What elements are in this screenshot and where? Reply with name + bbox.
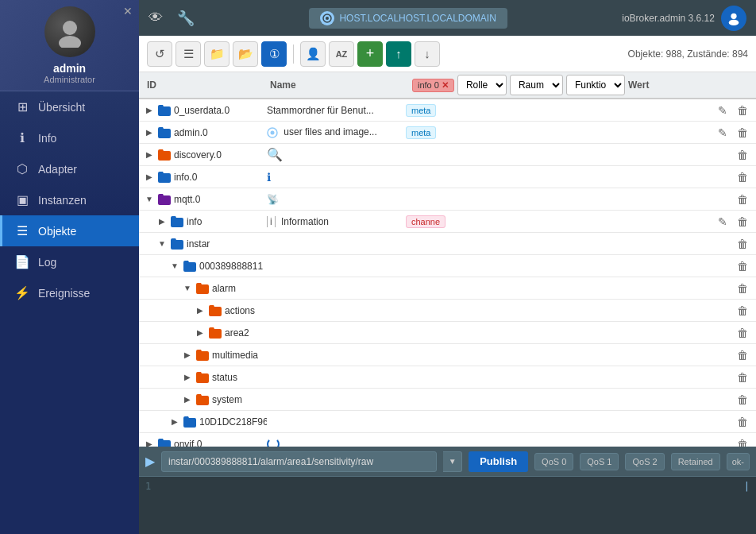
expand-icon[interactable]: ▶: [144, 172, 155, 183]
download-button[interactable]: ↓: [415, 41, 440, 67]
folder-button[interactable]: 📁: [204, 41, 230, 67]
expand-icon[interactable]: ▶: [182, 350, 193, 361]
delete-button[interactable]: 🗑: [734, 325, 751, 341]
expand-icon[interactable]: ▶: [182, 394, 193, 405]
expand-icon[interactable]: ▶: [195, 327, 206, 339]
svg-point-4: [731, 13, 736, 18]
delete-button[interactable]: 🗑: [734, 103, 751, 118]
expand-icon[interactable]: ▶: [144, 127, 155, 138]
expand-icon[interactable]: ▶: [182, 372, 193, 383]
expand-icon[interactable]: ▶: [144, 149, 155, 161]
publish-button[interactable]: Publish: [469, 451, 528, 472]
svg-point-1: [59, 36, 81, 48]
delete-button[interactable]: 🗑: [734, 370, 751, 385]
sidebar-item-info[interactable]: ℹ Info: [0, 122, 139, 153]
table-row[interactable]: ▶ info.0 ℹ 🗑: [139, 166, 756, 188]
table-body[interactable]: ▶ 0_userdata.0 Stammordner für Benut... …: [139, 99, 756, 447]
add-button[interactable]: +: [357, 41, 383, 67]
topbar: 👁 🔧 HOST.LOCALHOST.LOCALDOMAIN ioBroker.…: [139, 0, 756, 36]
expand-icon[interactable]: ▼: [144, 194, 155, 205]
upload-button[interactable]: ↑: [386, 41, 411, 67]
mqtt-arrow-icon[interactable]: ▶: [145, 454, 155, 469]
rolle-dropdown[interactable]: Rolle: [457, 75, 507, 95]
expand-icon[interactable]: ▼: [169, 261, 180, 272]
delete-button[interactable]: 🗑: [734, 414, 751, 430]
delete-button[interactable]: 🗑: [734, 192, 751, 207]
sidebar-item-ereignisse[interactable]: ⚡ Ereignisse: [0, 277, 139, 308]
az-button[interactable]: AZ: [329, 41, 354, 67]
sidebar-item-uebersicht[interactable]: ⊞ Übersicht: [0, 91, 139, 122]
raum-dropdown[interactable]: Raum: [510, 75, 563, 95]
sidebar-item-log[interactable]: 📄 Log: [0, 246, 139, 277]
num-button[interactable]: ①: [261, 41, 287, 67]
delete-button[interactable]: 🗑: [734, 125, 751, 141]
qos1-button[interactable]: QoS 1: [580, 453, 619, 470]
close-button[interactable]: ✕: [123, 5, 133, 17]
expand-icon[interactable]: ▶: [156, 216, 168, 227]
person-button[interactable]: 👤: [300, 41, 326, 67]
nav-label-ereignisse: Ereignisse: [38, 287, 90, 300]
expand-icon[interactable]: ▶: [144, 105, 155, 116]
cell-actions: 🗑: [734, 192, 751, 207]
delete-button[interactable]: 🗑: [734, 347, 751, 363]
eye-icon[interactable]: 👁: [148, 10, 163, 26]
mqtt-editor[interactable]: 1 |: [139, 477, 756, 534]
table-row[interactable]: ▶ actions 🗑: [139, 300, 756, 322]
svg-point-5: [729, 19, 739, 25]
table-row[interactable]: ▶ status 🗑: [139, 366, 756, 389]
edit-button[interactable]: ✎: [715, 125, 731, 141]
table-row[interactable]: ▶ discovery.0 🔍 🗑: [139, 144, 756, 166]
delete-button[interactable]: 🗑: [734, 147, 751, 163]
table-row[interactable]: ▼ instar 🗑: [139, 233, 756, 255]
mqtt-path-dropdown[interactable]: ▼: [443, 451, 462, 472]
expand-icon[interactable]: ▶: [195, 305, 206, 316]
mqtt-path-input[interactable]: [161, 451, 437, 472]
delete-button[interactable]: 🗑: [734, 303, 751, 319]
table-row[interactable]: ▶ info i Information channe ✎ 🗑: [139, 211, 756, 233]
retained-button[interactable]: Retained: [671, 453, 720, 470]
filter-remove-button[interactable]: ✕: [442, 80, 449, 91]
expand-icon[interactable]: ▶: [144, 439, 155, 447]
more-button[interactable]: ok-: [727, 453, 750, 470]
badge-meta: meta: [406, 126, 436, 139]
wrench-icon[interactable]: 🔧: [177, 10, 195, 27]
id-text: mqtt.0: [174, 194, 200, 205]
table-row[interactable]: ▶ multimedia 🗑: [139, 344, 756, 366]
qos2-button[interactable]: QoS 2: [625, 453, 664, 470]
user-avatar-icon[interactable]: [721, 6, 746, 31]
expand-button[interactable]: 📂: [233, 41, 258, 67]
list-view-button[interactable]: ☰: [176, 41, 201, 67]
table-row[interactable]: ▶ onvif.0 🗑: [139, 433, 756, 447]
expand-icon[interactable]: ▼: [182, 283, 193, 294]
table-row[interactable]: ▼ mqtt.0 📡 🗑: [139, 188, 756, 211]
delete-button[interactable]: 🗑: [734, 436, 751, 447]
sidebar-item-instanzen[interactable]: ▣ Instanzen: [0, 184, 139, 215]
table-row[interactable]: ▶ 0_userdata.0 Stammordner für Benut... …: [139, 99, 756, 122]
expand-icon[interactable]: ▼: [156, 238, 168, 250]
delete-button[interactable]: 🗑: [734, 281, 751, 296]
delete-button[interactable]: 🗑: [734, 258, 751, 274]
refresh-button[interactable]: ↺: [147, 41, 172, 67]
table-row[interactable]: ▶ admin.0 user files and image... meta ✎…: [139, 122, 756, 144]
edit-button[interactable]: ✎: [715, 103, 731, 118]
delete-button[interactable]: 🗑: [734, 236, 751, 252]
qos0-button[interactable]: QoS 0: [534, 453, 573, 470]
filter-tag[interactable]: info 0 ✕: [412, 79, 454, 92]
sidebar-item-adapter[interactable]: ⬡ Adapter: [0, 153, 139, 184]
topbar-right: ioBroker.admin 3.6.12: [622, 6, 746, 31]
id-text: admin.0: [174, 127, 208, 138]
table-row[interactable]: ▶ area2 🗑: [139, 322, 756, 344]
sidebar-item-objekte[interactable]: ☰ Objekte: [0, 215, 139, 246]
delete-button[interactable]: 🗑: [734, 214, 751, 230]
funktion-dropdown[interactable]: Funktio: [566, 75, 625, 95]
cell-id: ▼ alarm: [144, 283, 267, 294]
delete-button[interactable]: 🗑: [734, 392, 751, 408]
delete-button[interactable]: 🗑: [734, 169, 751, 185]
expand-icon[interactable]: ▶: [169, 416, 180, 428]
table-row[interactable]: ▶ system 🗑: [139, 389, 756, 411]
table-row[interactable]: ▼ alarm 🗑: [139, 277, 756, 300]
table-row[interactable]: ▶ 10D1DC218F96 🗑: [139, 411, 756, 433]
table-row[interactable]: ▼ 000389888811 🗑: [139, 255, 756, 277]
edit-button[interactable]: ✎: [715, 214, 731, 230]
id-text: actions: [225, 305, 255, 316]
